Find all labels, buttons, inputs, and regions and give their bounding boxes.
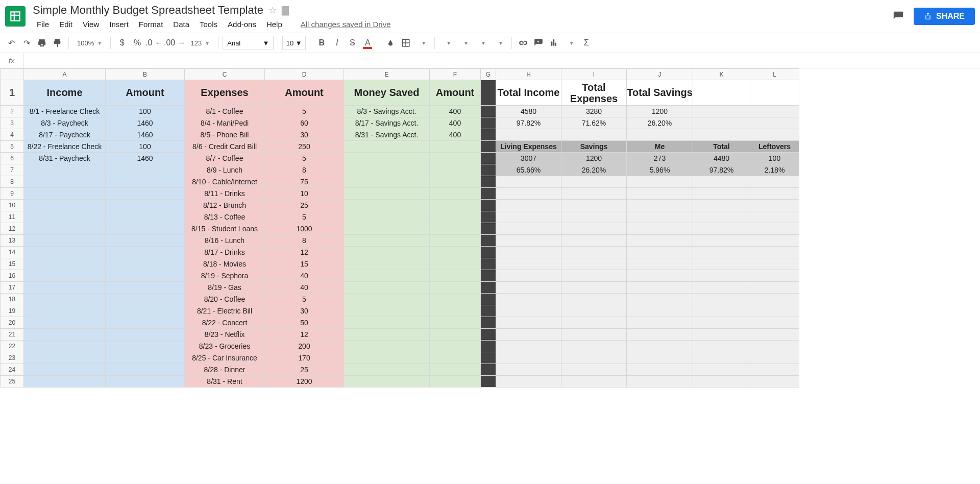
cell-K17[interactable] bbox=[693, 282, 750, 294]
cell-K21[interactable] bbox=[693, 329, 750, 341]
cell-J15[interactable] bbox=[627, 258, 693, 270]
cell-K15[interactable] bbox=[693, 258, 750, 270]
cell-B9[interactable] bbox=[106, 188, 185, 200]
cell-A22[interactable] bbox=[24, 341, 106, 352]
cell-J2[interactable]: 1200 bbox=[627, 106, 693, 117]
cell-L24[interactable] bbox=[750, 364, 799, 376]
cell-A1[interactable]: Income bbox=[24, 80, 106, 106]
cell-J12[interactable] bbox=[627, 223, 693, 235]
cell-D4[interactable]: 30 bbox=[265, 129, 344, 141]
row-head-20[interactable]: 20 bbox=[1, 317, 24, 329]
cell-I11[interactable] bbox=[561, 211, 627, 223]
cell-E10[interactable] bbox=[344, 200, 430, 211]
cell-L4[interactable] bbox=[750, 129, 799, 141]
borders-button[interactable] bbox=[399, 36, 413, 50]
functions-button[interactable]: Σ bbox=[579, 36, 594, 50]
cell-C6[interactable]: 8/7 - Coffee bbox=[185, 153, 265, 164]
cell-I9[interactable] bbox=[561, 188, 627, 200]
col-head-I[interactable]: I bbox=[561, 69, 627, 80]
cell-C19[interactable]: 8/21 - Electric Bill bbox=[185, 305, 265, 317]
cell-E7[interactable] bbox=[344, 164, 430, 176]
cell-H5[interactable]: Living Expenses bbox=[496, 141, 561, 153]
row-head-5[interactable]: 5 bbox=[1, 141, 24, 153]
cell-I21[interactable] bbox=[561, 329, 627, 341]
cell-K8[interactable] bbox=[693, 176, 750, 188]
menu-file[interactable]: File bbox=[33, 19, 53, 30]
cell-F19[interactable] bbox=[430, 305, 481, 317]
cell-E18[interactable] bbox=[344, 294, 430, 305]
cell-L25[interactable] bbox=[750, 376, 799, 388]
percent-button[interactable]: % bbox=[130, 36, 144, 50]
cell-I15[interactable] bbox=[561, 258, 627, 270]
cell-G15[interactable] bbox=[481, 258, 496, 270]
cell-A4[interactable]: 8/17 - Paycheck bbox=[24, 129, 106, 141]
cell-C12[interactable]: 8/15 - Student Loans bbox=[185, 223, 265, 235]
cell-C1[interactable]: Expenses bbox=[185, 80, 265, 106]
cell-A23[interactable] bbox=[24, 352, 106, 364]
cell-E3[interactable]: 8/17 - Savings Acct. bbox=[344, 117, 430, 129]
cell-L9[interactable] bbox=[750, 188, 799, 200]
cell-A11[interactable] bbox=[24, 211, 106, 223]
menu-data[interactable]: Data bbox=[169, 19, 193, 30]
text-rotation-button[interactable]: ▼ bbox=[491, 36, 507, 50]
cell-K19[interactable] bbox=[693, 305, 750, 317]
cell-B5[interactable]: 100 bbox=[106, 141, 185, 153]
cell-G13[interactable] bbox=[481, 235, 496, 247]
row-head-11[interactable]: 11 bbox=[1, 211, 24, 223]
cell-B13[interactable] bbox=[106, 235, 185, 247]
cell-J17[interactable] bbox=[627, 282, 693, 294]
cell-J4[interactable] bbox=[627, 129, 693, 141]
cell-K10[interactable] bbox=[693, 200, 750, 211]
cell-B8[interactable] bbox=[106, 176, 185, 188]
cell-J8[interactable] bbox=[627, 176, 693, 188]
cell-G5[interactable] bbox=[481, 141, 496, 153]
spreadsheet-grid[interactable]: ABCDEFGHIJKL 1IncomeAmountExpensesAmount… bbox=[0, 68, 799, 388]
menu-edit[interactable]: Edit bbox=[55, 19, 77, 30]
cell-C10[interactable]: 8/12 - Brunch bbox=[185, 200, 265, 211]
cell-F18[interactable] bbox=[430, 294, 481, 305]
cell-C23[interactable]: 8/25 - Car Insurance bbox=[185, 352, 265, 364]
cell-H7[interactable]: 65.66% bbox=[496, 164, 561, 176]
cell-H18[interactable] bbox=[496, 294, 561, 305]
cell-B12[interactable] bbox=[106, 223, 185, 235]
cell-H24[interactable] bbox=[496, 364, 561, 376]
cell-C22[interactable]: 8/23 - Groceries bbox=[185, 341, 265, 352]
cell-H13[interactable] bbox=[496, 235, 561, 247]
cell-D11[interactable]: 5 bbox=[265, 211, 344, 223]
cell-C20[interactable]: 8/22 - Concert bbox=[185, 317, 265, 329]
cell-F21[interactable] bbox=[430, 329, 481, 341]
cell-L20[interactable] bbox=[750, 317, 799, 329]
cell-B16[interactable] bbox=[106, 270, 185, 282]
cell-L6[interactable]: 100 bbox=[750, 153, 799, 164]
cell-K23[interactable] bbox=[693, 352, 750, 364]
bold-button[interactable]: B bbox=[314, 36, 329, 50]
col-head-D[interactable]: D bbox=[265, 69, 344, 80]
cell-I12[interactable] bbox=[561, 223, 627, 235]
cell-B7[interactable] bbox=[106, 164, 185, 176]
cell-H21[interactable] bbox=[496, 329, 561, 341]
cell-B18[interactable] bbox=[106, 294, 185, 305]
cell-K2[interactable] bbox=[693, 106, 750, 117]
filter-button[interactable]: ▼ bbox=[562, 36, 578, 50]
cell-E1[interactable]: Money Saved bbox=[344, 80, 430, 106]
cell-E17[interactable] bbox=[344, 282, 430, 294]
cell-H8[interactable] bbox=[496, 176, 561, 188]
currency-button[interactable]: $ bbox=[115, 36, 129, 50]
text-color-button[interactable]: A bbox=[360, 36, 375, 50]
cell-D19[interactable]: 30 bbox=[265, 305, 344, 317]
row-head-22[interactable]: 22 bbox=[1, 341, 24, 352]
cell-B14[interactable] bbox=[106, 247, 185, 258]
cell-D16[interactable]: 40 bbox=[265, 270, 344, 282]
cell-F11[interactable] bbox=[430, 211, 481, 223]
cell-L2[interactable] bbox=[750, 106, 799, 117]
insert-chart-button[interactable] bbox=[547, 36, 561, 50]
cell-G6[interactable] bbox=[481, 153, 496, 164]
cell-G4[interactable] bbox=[481, 129, 496, 141]
cell-K1[interactable] bbox=[693, 80, 750, 106]
cell-J16[interactable] bbox=[627, 270, 693, 282]
cell-A3[interactable]: 8/3 - Paycheck bbox=[24, 117, 106, 129]
cell-E11[interactable] bbox=[344, 211, 430, 223]
cell-D8[interactable]: 75 bbox=[265, 176, 344, 188]
font-family-dropdown[interactable]: Arial▼ bbox=[223, 36, 274, 50]
cell-D15[interactable]: 15 bbox=[265, 258, 344, 270]
